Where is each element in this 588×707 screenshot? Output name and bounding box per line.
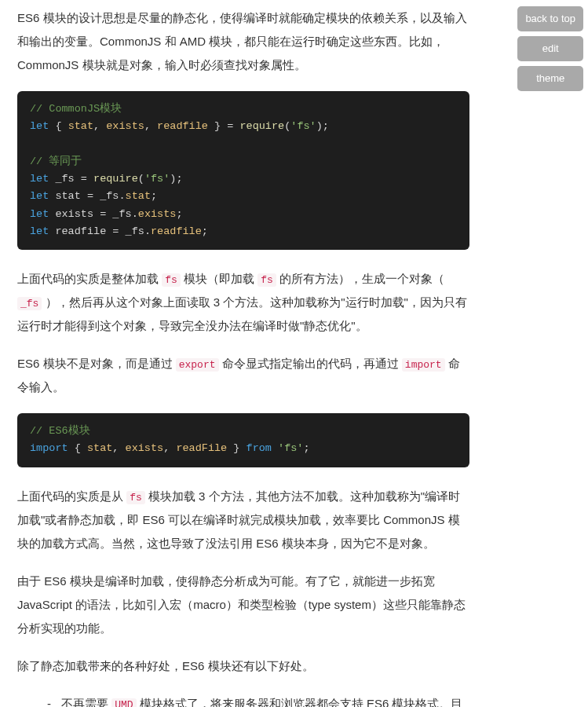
side-buttons: back to top edit theme <box>517 6 583 91</box>
back-to-top-button[interactable]: back to top <box>517 6 583 31</box>
code-comment: // 等同于 <box>30 156 82 167</box>
code-block-commonjs: // CommonJS模块 let { stat, exists, readfi… <box>17 91 469 250</box>
paragraph-intro: ES6 模块的设计思想是尽量的静态化，使得编译时就能确定模块的依赖关系，以及输入… <box>17 6 469 77</box>
paragraph-runtime-load: 上面代码的实质是整体加载 fs 模块（即加载 fs 的所有方法），生成一个对象（… <box>17 267 469 338</box>
list-item: 不再需要 UMD 模块格式了，将来服务器和浏览器都会支持 ES6 模块格式。目前… <box>61 692 469 707</box>
code-comment: // ES6模块 <box>30 425 90 437</box>
code-block-es6: // ES6模块 import { stat, exists, readFile… <box>17 413 469 467</box>
code-keyword: import <box>30 442 68 454</box>
paragraph-static-analysis: 由于 ES6 模块是编译时加载，使得静态分析成为可能。有了它，就能进一步拓宽 J… <box>17 570 469 640</box>
paragraph-export-import: ES6 模块不是对象，而是通过 export 命令显式指定输出的代码，再通过 i… <box>17 352 469 399</box>
inline-code-umd: UMD <box>111 698 136 707</box>
code-keyword: let <box>30 120 49 132</box>
article-content: ES6 模块的设计思想是尽量的静态化，使得编译时就能确定模块的依赖关系，以及输入… <box>0 0 487 707</box>
code-comment: // CommonJS模块 <box>30 103 122 115</box>
inline-code-import: import <box>402 358 445 372</box>
theme-button[interactable]: theme <box>517 66 583 91</box>
paragraph-compile-load: 上面代码的实质是从 fs 模块加载 3 个方法，其他方法不加载。这种加载称为"编… <box>17 485 469 555</box>
inline-code-fs: fs <box>257 273 276 287</box>
inline-code-_fs: _fs <box>17 297 42 310</box>
edit-button[interactable]: edit <box>517 36 583 61</box>
inline-code-fs: fs <box>162 273 181 287</box>
benefits-list: 不再需要 UMD 模块格式了，将来服务器和浏览器都会支持 ES6 模块格式。目前… <box>17 692 469 707</box>
inline-code-fs: fs <box>126 491 145 504</box>
inline-code-export: export <box>176 358 219 372</box>
paragraph-benefits-intro: 除了静态加载带来的各种好处，ES6 模块还有以下好处。 <box>17 654 469 678</box>
